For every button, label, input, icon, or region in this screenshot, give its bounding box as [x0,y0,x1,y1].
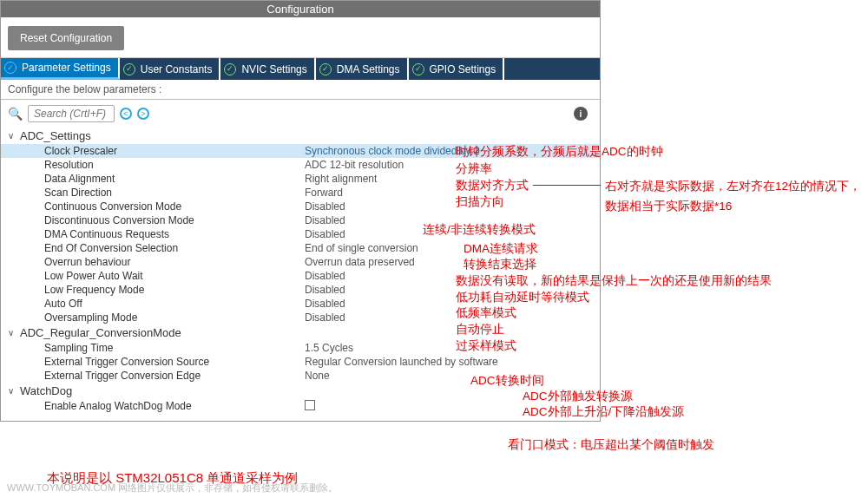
checkbox[interactable] [305,400,315,410]
annotation: 低功耗自动延时等待模式 [456,290,589,305]
check-icon [319,63,332,75]
tab-label: Parameter Settings [22,62,111,74]
check-icon [123,63,135,75]
toolbar: Reset Configuration [1,17,600,58]
check-icon [224,63,236,75]
tab-nvic-settings[interactable]: NVIC Settings [220,58,315,80]
info-icon[interactable]: i [574,107,588,121]
chevron-down-icon: ∨ [8,131,16,141]
row-enable-watchdog[interactable]: Enable Analog WatchDog Mode [1,399,600,414]
annotation: 分辨率 [456,161,492,177]
annotation: 看门口模式：电压超出某个阈值时触发 [508,437,714,453]
group-adc-settings[interactable]: ∨ ADC_Settings [1,128,600,144]
watermark: WWW.TOYMOBAN.COM 网络图片仅供展示，非存储，如有侵权请联系删除。 [7,482,338,495]
annotation: 扫描方向 [456,194,504,210]
annotation: 连续/非连续转换模式 [423,222,536,238]
annotation: ADC外部上升沿/下降沿触发源 [523,404,684,420]
search-row: 🔍 < > i [1,100,600,128]
row-continuous-conversion[interactable]: Continuous Conversion Mode Disabled [1,200,600,213]
check-icon [412,63,424,75]
annotation: 数据对齐方式 [456,178,529,193]
annotation: 数据没有读取，新的结果是保持上一次的还是使用新的结果 [456,273,772,289]
reset-button[interactable]: Reset Configuration [8,26,124,50]
tab-label: NVIC Settings [241,63,306,75]
annotation: ADC外部触发转换源 [523,389,633,404]
annotation: DMA连续请求 [464,241,538,257]
annotation: 转换结束选择 [464,257,536,272]
group-label: ADC_Settings [20,129,91,142]
annotation: 时钟分频系数，分频后就是ADC的时钟 [456,144,663,160]
annotation: 低频率模式 [456,305,516,321]
group-label: WatchDog [20,384,72,397]
tabs-bar: Parameter Settings User Constants NVIC S… [1,58,600,80]
annotation: ADC转换时间 [470,373,544,389]
tab-gpio-settings[interactable]: GPIO Settings [409,58,505,80]
annotation: 自动停止 [456,322,504,337]
annotation: 右对齐就是实际数据，左对齐在12位的情况下，数据相当于实际数据*16 [605,177,865,217]
search-icon: 🔍 [8,107,23,121]
tab-user-constants[interactable]: User Constants [120,58,221,80]
annotation: 过采样模式 [456,338,516,354]
group-label: ADC_Regular_ConversionMode [20,326,181,339]
annotation-line [533,185,601,186]
tab-label: DMA Settings [337,63,400,75]
search-input[interactable] [28,105,115,122]
search-next-button[interactable]: > [137,108,149,120]
row-resolution[interactable]: Resolution ADC 12-bit resolution [1,158,600,172]
check-icon [4,62,16,74]
chevron-down-icon: ∨ [8,386,16,396]
chevron-down-icon: ∨ [8,328,16,337]
row-ext-trigger-source[interactable]: External Trigger Conversion Source Regul… [1,355,600,369]
tab-parameter-settings[interactable]: Parameter Settings [1,58,120,80]
subtitle: Configure the below parameters : [1,80,600,100]
tab-label: User Constants [141,63,213,75]
tab-label: GPIO Settings [430,63,496,75]
tab-dma-settings[interactable]: DMA Settings [316,58,409,80]
title-bar: Configuration [1,1,600,17]
search-prev-button[interactable]: < [120,108,132,120]
